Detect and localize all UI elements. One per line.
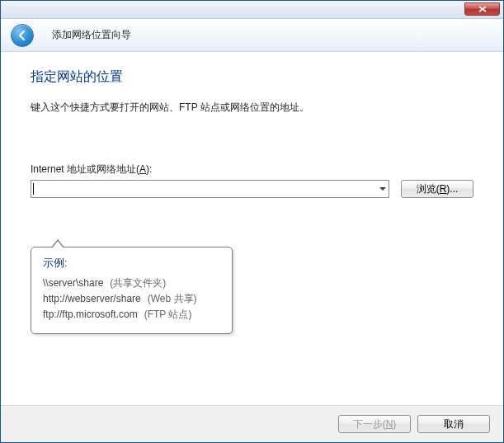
address-combobox[interactable] — [31, 180, 389, 198]
tooltip-title: 示例: — [43, 256, 220, 271]
wizard-window: 添加网络位置向导 指定网站的位置 键入这个快捷方式要打开的网站、FTP 站点或网… — [0, 0, 504, 443]
arrow-left-icon — [16, 30, 28, 41]
wizard-title: 添加网络位置向导 — [52, 28, 131, 42]
address-label: Internet 地址或网络地址(A): — [31, 163, 473, 177]
input-row: 浏览(R)... — [31, 180, 473, 198]
content-area: 指定网站的位置 键入这个快捷方式要打开的网站、FTP 站点或网络位置的地址。 I… — [1, 52, 503, 405]
instruction-text: 键入这个快捷方式要打开的网站、FTP 站点或网络位置的地址。 — [31, 101, 473, 115]
browse-button[interactable]: 浏览(R)... — [401, 180, 473, 198]
dropdown-toggle[interactable] — [377, 181, 389, 197]
example-line: \\server\share(共享文件夹) — [43, 276, 220, 291]
example-line: http://webserver/share(Web 共享) — [43, 291, 220, 307]
close-icon — [478, 6, 487, 12]
titlebar — [1, 1, 503, 19]
close-button[interactable] — [464, 2, 500, 16]
back-button[interactable] — [11, 24, 34, 47]
header: 添加网络位置向导 — [1, 19, 503, 52]
example-line: ftp://ftp.microsoft.com(FTP 站点) — [43, 307, 220, 323]
page-heading: 指定网站的位置 — [31, 68, 473, 86]
address-input[interactable] — [34, 181, 377, 197]
cancel-button[interactable]: 取消 — [417, 415, 490, 433]
examples-tooltip: 示例: \\server\share(共享文件夹) http://webserv… — [31, 247, 233, 334]
next-button[interactable]: 下一步(N) — [338, 415, 411, 433]
chevron-down-icon — [379, 187, 386, 191]
footer: 下一步(N) 取消 — [1, 405, 503, 442]
